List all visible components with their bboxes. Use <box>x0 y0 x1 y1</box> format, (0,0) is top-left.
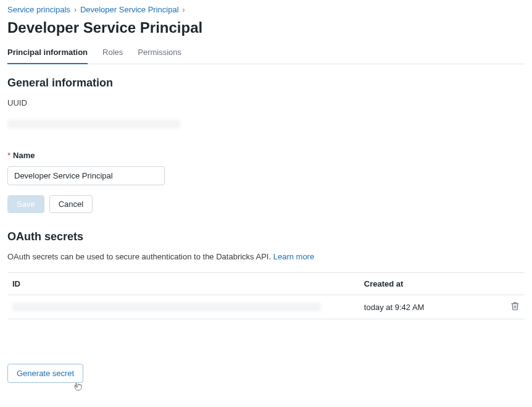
save-cancel-row: Save Cancel <box>7 195 525 213</box>
tab-permissions[interactable]: Permissions <box>138 44 181 64</box>
oauth-secrets-table: ID Created at today at 9:42 AM <box>7 272 525 319</box>
column-id: ID <box>7 273 359 295</box>
table-row: today at 9:42 AM <box>7 295 525 319</box>
cursor-pointer-icon <box>73 382 82 392</box>
general-information-section: General information UUID *Name Save Canc… <box>7 77 525 213</box>
table-header-row: ID Created at <box>7 273 525 295</box>
required-asterisk-icon: * <box>7 151 10 160</box>
chevron-right-icon: › <box>183 6 185 14</box>
breadcrumb-root-link[interactable]: Service principals <box>7 5 70 14</box>
oauth-description-text: OAuth secrets can be used to secure auth… <box>7 252 271 261</box>
tab-roles[interactable]: Roles <box>102 44 123 64</box>
breadcrumb-current-link[interactable]: Developer Service Principal <box>80 5 179 14</box>
uuid-value-redacted <box>7 120 180 128</box>
save-button[interactable]: Save <box>7 195 44 213</box>
name-label-text: Name <box>13 151 35 160</box>
generate-secret-button[interactable]: Generate secret <box>7 364 83 383</box>
tabs: Principal information Roles Permissions <box>7 44 525 64</box>
uuid-field: UUID <box>7 98 525 128</box>
breadcrumb: Service principals › Developer Service P… <box>7 5 525 14</box>
oauth-description: OAuth secrets can be used to secure auth… <box>7 252 525 261</box>
learn-more-link[interactable]: Learn more <box>273 252 314 261</box>
general-information-heading: General information <box>7 77 525 90</box>
column-actions <box>494 273 525 295</box>
page-title: Developer Service Principal <box>7 19 525 36</box>
uuid-label: UUID <box>7 98 525 107</box>
secret-created-at: today at 9:42 AM <box>359 295 494 319</box>
oauth-secrets-heading: OAuth secrets <box>7 230 525 243</box>
trash-icon[interactable] <box>510 301 520 311</box>
secret-id-redacted <box>12 303 321 311</box>
chevron-right-icon: › <box>74 6 77 14</box>
name-label: *Name <box>7 151 525 160</box>
name-input[interactable] <box>7 166 165 185</box>
name-field: *Name <box>7 151 525 185</box>
oauth-secrets-section: OAuth secrets OAuth secrets can be used … <box>7 230 525 383</box>
tab-principal-information[interactable]: Principal information <box>7 44 88 64</box>
column-created-at: Created at <box>359 273 494 295</box>
cancel-button[interactable]: Cancel <box>49 195 93 213</box>
